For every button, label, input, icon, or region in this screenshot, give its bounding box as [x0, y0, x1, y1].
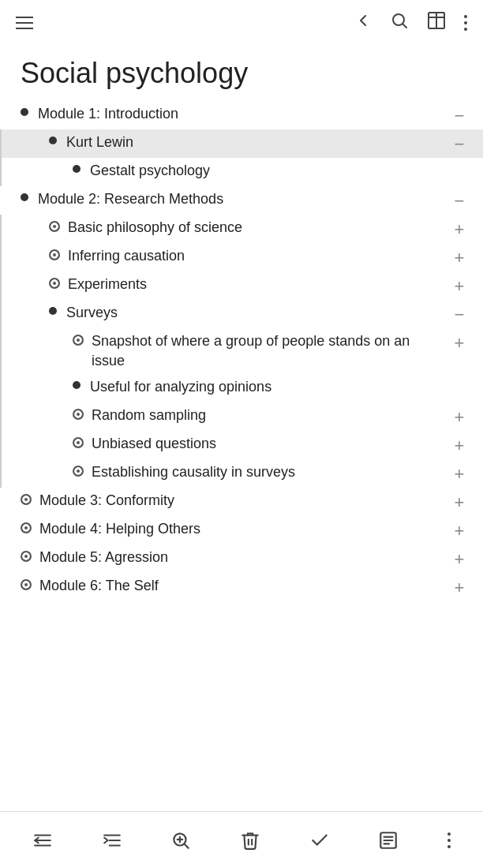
expand-button[interactable]: + — [451, 519, 467, 541]
expand-button[interactable]: + — [451, 218, 467, 240]
expand-button[interactable]: + — [451, 246, 467, 268]
outline-item[interactable]: Basic philosophy of science+ — [0, 215, 483, 243]
outline-item[interactable]: Module 6: The Self+ — [0, 573, 483, 601]
zoom-icon[interactable] — [164, 824, 197, 857]
expand-button[interactable]: + — [451, 331, 467, 354]
bottom-more-icon[interactable] — [441, 826, 457, 855]
outline-item-content: Module 6: The Self — [21, 576, 444, 596]
outline-container: Module 1: Introduction−Kurt Lewin−Gestal… — [0, 101, 483, 664]
expand-button[interactable]: + — [451, 434, 467, 456]
expand-button[interactable]: + — [451, 275, 467, 297]
outline-item[interactable]: Inferring causation+ — [0, 243, 483, 271]
bullet-filled-icon — [49, 307, 57, 315]
outline-item-label: Module 5: Agression — [39, 548, 444, 567]
outline-item[interactable]: Unbiased questions+ — [0, 431, 483, 459]
bullet-filled-icon — [21, 193, 28, 201]
expand-button[interactable]: + — [451, 406, 467, 428]
outline-item[interactable]: Module 1: Introduction− — [0, 101, 483, 129]
outline-item-label: Random sampling — [92, 406, 444, 425]
outline-item[interactable]: Module 5: Agression+ — [0, 544, 483, 573]
outline-item-content: Module 4: Helping Others — [21, 519, 444, 539]
outline-item-label: Module 1: Introduction — [38, 104, 444, 124]
outline-item-label: Snapshot of where a group of people stan… — [92, 331, 444, 371]
page-title: Social psychology — [0, 43, 483, 101]
bullet-circle-icon — [49, 249, 60, 260]
toolbar-right — [354, 11, 467, 35]
outline-item-content: Inferring causation — [49, 246, 444, 266]
outline-item[interactable]: Experiments+ — [0, 271, 483, 300]
bullet-circle-icon — [73, 437, 84, 448]
expand-button[interactable]: + — [451, 491, 467, 513]
outline-item-content: Basic philosophy of science — [49, 218, 444, 238]
outline-item-content: Kurt Lewin — [49, 133, 444, 152]
bullet-circle-icon — [21, 579, 32, 590]
toolbar-left — [16, 17, 33, 29]
outline-item[interactable]: Snapshot of where a group of people stan… — [0, 328, 483, 374]
bullet-circle-icon — [73, 409, 84, 420]
outline-item-content: Establishing causality in surveys — [73, 462, 444, 482]
outline-item-label: Unbiased questions — [92, 434, 444, 454]
expand-button[interactable]: + — [451, 548, 467, 570]
outline-item[interactable]: Gestalt psychology — [0, 158, 483, 186]
expand-button[interactable]: + — [451, 462, 467, 485]
book-icon[interactable] — [426, 11, 447, 35]
outline-item-label: Inferring causation — [68, 246, 444, 266]
indent-icon[interactable] — [95, 824, 129, 857]
bottom-toolbar — [0, 811, 483, 868]
collapse-button[interactable]: − — [451, 104, 467, 126]
outline-item-label: Module 4: Helping Others — [39, 519, 444, 539]
collapse-button[interactable]: − — [451, 133, 467, 155]
outline-item-label: Module 2: Research Methods — [38, 189, 444, 209]
outline-item-label: Kurt Lewin — [66, 133, 444, 152]
outline-item[interactable]: Module 3: Conformity+ — [0, 488, 483, 516]
outline-item[interactable]: Establishing causality in surveys+ — [0, 459, 483, 488]
outline-item[interactable]: Kurt Lewin− — [0, 129, 483, 158]
bullet-filled-icon — [21, 108, 28, 116]
top-toolbar — [0, 0, 483, 43]
outline-item-label: Useful for analyzing opinions — [90, 377, 467, 397]
bullet-filled-icon — [73, 381, 80, 389]
bullet-circle-icon — [49, 221, 60, 232]
bullet-circle-icon — [21, 494, 32, 505]
svg-line-1 — [403, 24, 406, 28]
svg-line-12 — [185, 844, 189, 848]
outline-item-label: Experiments — [68, 275, 444, 294]
bullet-circle-icon — [21, 551, 32, 562]
outline-item-content: Unbiased questions — [73, 434, 444, 454]
delete-icon[interactable] — [234, 824, 267, 857]
outline-item-label: Establishing causality in surveys — [92, 462, 444, 482]
collapse-button[interactable]: − — [451, 189, 467, 211]
note-icon[interactable] — [372, 824, 405, 857]
collapse-button[interactable]: − — [451, 303, 467, 325]
outline-item-label: Module 6: The Self — [39, 576, 444, 596]
outline-item[interactable]: Useful for analyzing opinions — [0, 374, 483, 402]
bullet-circle-icon — [73, 335, 84, 346]
outline-item[interactable]: Module 2: Research Methods− — [0, 186, 483, 215]
bullet-circle-icon — [21, 522, 32, 533]
back-icon[interactable] — [354, 11, 373, 35]
expand-button[interactable]: + — [451, 576, 467, 598]
outdent-icon[interactable] — [26, 824, 59, 857]
outline-item[interactable]: Module 4: Helping Others+ — [0, 516, 483, 544]
outline-item[interactable]: Surveys− — [0, 300, 483, 328]
search-icon[interactable] — [390, 11, 409, 35]
bullet-filled-icon — [49, 137, 57, 144]
outline-item[interactable]: Random sampling+ — [0, 402, 483, 431]
more-dots-icon[interactable] — [464, 15, 467, 31]
outline-item-content: Useful for analyzing opinions — [73, 377, 467, 397]
outline-item-content: Random sampling — [73, 406, 444, 425]
outline-item-label: Basic philosophy of science — [68, 218, 444, 238]
outline-item-content: Module 5: Agression — [21, 548, 444, 567]
outline-item-content: Module 2: Research Methods — [21, 189, 444, 209]
bullet-circle-icon — [49, 278, 60, 289]
outline-item-content: Surveys — [49, 303, 444, 323]
outline-item-label: Gestalt psychology — [90, 161, 467, 181]
bullet-filled-icon — [73, 165, 80, 173]
outline-item-content: Gestalt psychology — [73, 161, 467, 181]
outline-item-content: Module 3: Conformity — [21, 491, 444, 511]
hamburger-icon[interactable] — [16, 17, 33, 29]
check-icon[interactable] — [303, 824, 336, 857]
svg-point-0 — [393, 14, 404, 25]
outline-item-content: Experiments — [49, 275, 444, 294]
outline-item-content: Module 1: Introduction — [21, 104, 444, 124]
